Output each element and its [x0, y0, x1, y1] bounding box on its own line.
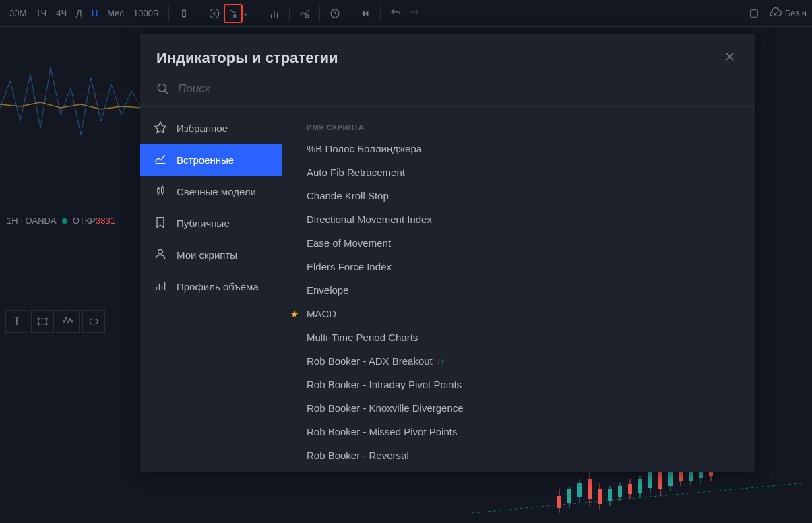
svg-rect-30 — [567, 489, 571, 503]
symbol-text: 1Н · OANDA — [7, 216, 57, 226]
drawing-tools: T — [5, 310, 105, 333]
svg-rect-50 — [668, 472, 673, 486]
script-label: Rob Booker - Knoxville Divergence — [307, 402, 464, 414]
text-tool-icon[interactable]: T — [5, 310, 28, 333]
svg-point-25 — [90, 319, 98, 324]
redo-icon[interactable] — [405, 4, 424, 23]
script-label: Ease of Movement — [307, 237, 391, 249]
cloud-status-text: Без н — [785, 8, 807, 18]
chart-symbol-info: 1Н · OANDA ОТКР3831 — [0, 216, 122, 226]
open-price: 3831 — [96, 216, 115, 226]
sidebar-item-bookmark[interactable]: Публичные — [140, 208, 282, 239]
bar-chart-icon[interactable] — [265, 4, 284, 23]
bookmark-icon — [154, 216, 167, 231]
chevron-down-icon[interactable]: ⌄ — [243, 9, 253, 17]
chart-settings-icon[interactable] — [295, 4, 314, 23]
timeframe-Д[interactable]: Д — [72, 5, 86, 21]
star-icon — [154, 121, 167, 136]
svg-rect-46 — [648, 469, 652, 488]
list-header: ИМЯ СКРИПТА — [282, 118, 755, 137]
svg-line-62 — [165, 91, 168, 94]
scripts-list: ИМЯ СКРИПТА %В Полос БоллинджераAuto Fib… — [282, 107, 755, 472]
timeframe-1000R[interactable]: 1000R — [129, 5, 163, 21]
indicators-icon[interactable]: x — [224, 4, 243, 23]
svg-rect-67 — [162, 187, 164, 193]
svg-rect-44 — [638, 479, 642, 493]
person-icon — [154, 247, 167, 263]
svg-rect-28 — [557, 496, 561, 508]
rectangle-tool-icon[interactable] — [31, 310, 54, 333]
sidebar-item-label: Публичные — [177, 218, 230, 229]
fullscreen-icon[interactable] — [745, 4, 763, 23]
svg-rect-52 — [679, 471, 683, 481]
script-item[interactable]: Directional Movement Index — [282, 208, 755, 231]
indicators-modal: Индикаторы и стратегии ИзбранноеВстроенн… — [140, 34, 755, 472]
alert-icon[interactable] — [325, 4, 344, 23]
sidebar-item-candle[interactable]: Свечные модели — [140, 176, 282, 208]
timeframe-Мес[interactable]: Мес — [103, 5, 128, 21]
script-item[interactable]: Rob Booker - Intraday Pivot Points — [282, 373, 755, 396]
script-label: Elders Force Index — [307, 261, 392, 272]
script-label: Auto Fib Retracement — [307, 166, 405, 178]
script-label: Envelope — [307, 284, 349, 296]
script-item[interactable]: Rob Booker - ADX Breakout↓↑ — [282, 349, 755, 373]
script-label: MACD — [307, 308, 336, 319]
svg-rect-14 — [751, 9, 758, 17]
timeframe-Н[interactable]: Н — [88, 5, 102, 21]
svg-rect-34 — [588, 479, 592, 499]
svg-rect-40 — [618, 486, 622, 497]
sidebar-item-label: Встроенные — [177, 154, 234, 166]
sidebar-item-label: Профиль объёма — [177, 281, 259, 293]
candle-style-icon[interactable] — [175, 4, 193, 23]
replay-icon[interactable] — [356, 4, 375, 23]
timeframe-4Ч[interactable]: 4Ч — [52, 5, 71, 21]
svg-text:x: x — [234, 13, 236, 18]
svg-point-61 — [158, 84, 166, 92]
search-input[interactable] — [178, 82, 739, 96]
script-label: Rob Booker - Reversal — [307, 450, 409, 461]
script-item[interactable]: Envelope — [282, 278, 755, 302]
add-compare-icon[interactable] — [205, 4, 224, 23]
svg-rect-38 — [608, 489, 612, 501]
svg-rect-36 — [598, 489, 602, 504]
script-label: Directional Movement Index — [307, 214, 432, 225]
script-item[interactable]: Rob Booker - Missed Pivot Points — [282, 420, 755, 443]
script-label: Rob Booker - Intraday Pivot Points — [307, 379, 462, 390]
close-button[interactable] — [720, 47, 739, 69]
svg-rect-64 — [158, 189, 160, 193]
script-item[interactable]: ★MACD — [282, 302, 755, 326]
sidebar-item-star[interactable]: Избранное — [140, 113, 282, 144]
script-item[interactable]: Rob Booker - Reversal — [282, 443, 755, 467]
sidebar-item-volume[interactable]: Профиль объёма — [140, 271, 282, 303]
undo-icon[interactable] — [386, 4, 405, 23]
script-label: Rob Booker - Missed Pivot Points — [307, 426, 457, 437]
script-item[interactable]: Multi-Time Period Charts — [282, 326, 755, 349]
sidebar-item-person[interactable]: Мои скрипты — [140, 239, 282, 271]
svg-rect-16 — [38, 319, 46, 324]
script-item[interactable]: Ease of Movement — [282, 231, 755, 255]
modal-title: Индикаторы и стратегии — [156, 49, 338, 67]
script-item[interactable]: Rob Booker - Knoxville Divergence — [282, 396, 755, 420]
timeframe-30М[interactable]: 30М — [5, 5, 30, 21]
volume-icon — [154, 279, 167, 295]
cloud-status[interactable]: Без н — [769, 7, 807, 20]
script-label: Chande Kroll Stop — [307, 190, 389, 202]
script-label: %В Полос Боллинджера — [307, 143, 422, 154]
search-icon — [156, 82, 170, 96]
strategy-arrows-icon: ↓↑ — [437, 357, 445, 366]
builtin-icon — [154, 152, 167, 168]
script-item[interactable]: Chande Kroll Stop — [282, 184, 755, 208]
svg-rect-32 — [577, 483, 582, 497]
script-item[interactable]: Elders Force Index — [282, 255, 755, 278]
shapes-tool-icon[interactable] — [82, 310, 105, 333]
sidebar-item-builtin[interactable]: Встроенные — [140, 144, 282, 176]
timeframe-1Ч[interactable]: 1Ч — [32, 5, 51, 21]
sidebar-item-label: Мои скрипты — [177, 249, 237, 261]
script-item[interactable]: %В Полос Боллинджера — [282, 137, 755, 160]
pattern-tool-icon[interactable] — [57, 310, 80, 333]
svg-line-13 — [335, 13, 336, 15]
script-item[interactable]: Auto Fib Retracement — [282, 160, 755, 184]
script-label: Multi-Time Period Charts — [307, 332, 418, 343]
timeframe-group: 30М1Ч4ЧДНМес1000R — [5, 5, 163, 21]
svg-rect-48 — [658, 472, 662, 489]
